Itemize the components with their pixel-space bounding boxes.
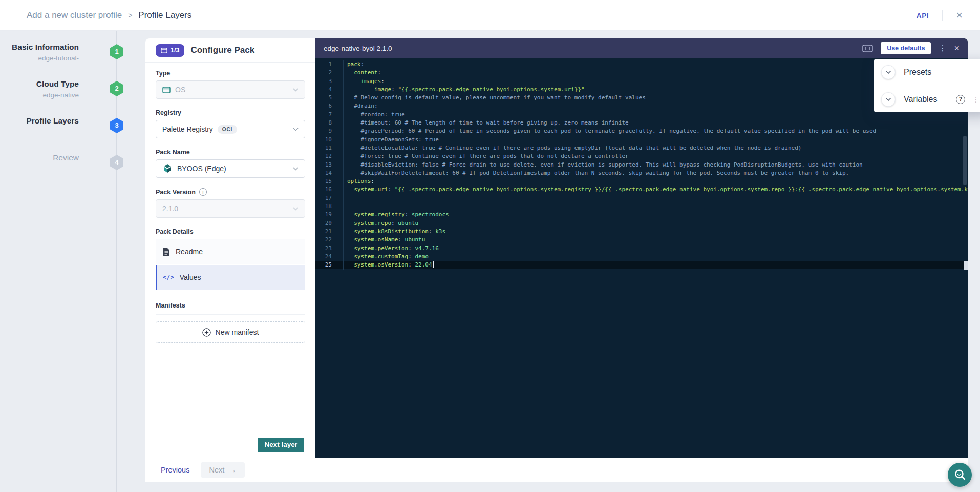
code-line[interactable]: 7 #cordon: true	[315, 111, 968, 119]
breadcrumb: Add a new cluster profile > Profile Laye…	[27, 0, 191, 31]
stepper-item-review[interactable]: Review	[0, 153, 100, 162]
line-content: #force: true # Continue even if there ar…	[339, 152, 629, 160]
stepper-item-basic-information[interactable]: Basic Informationedge-tutorial-	[0, 43, 100, 62]
new-manifest-button[interactable]: New manifest	[156, 321, 305, 343]
line-content: system.uri: "{{ .spectro.pack.edge-nativ…	[339, 186, 968, 194]
step-number-hexagon[interactable]: 4	[110, 155, 123, 170]
new-manifest-label: New manifest	[216, 328, 259, 336]
step-number-hexagon[interactable]: 1	[110, 44, 123, 59]
presets-expand-button[interactable]	[881, 65, 896, 79]
breadcrumb-separator: >	[128, 11, 132, 19]
editor-close-icon[interactable]: ×	[954, 43, 960, 54]
stepper-item-profile-layers[interactable]: Profile Layers	[0, 116, 100, 126]
presets-row[interactable]: Presets	[874, 59, 980, 86]
code-line[interactable]: 13 #disableEviction: false # Force drain…	[315, 161, 968, 169]
line-number: 23	[315, 244, 339, 253]
editor-scrollbar-thumb[interactable]	[963, 136, 967, 185]
step-number-hexagon[interactable]: 3	[110, 118, 123, 133]
help-chat-button[interactable]	[948, 463, 972, 487]
use-defaults-button[interactable]: Use defaults	[881, 42, 931, 54]
line-content: system.registry: spectrodocs	[339, 211, 449, 219]
step-label: Review	[0, 153, 100, 162]
line-number: 22	[315, 236, 339, 244]
code-line[interactable]: 23 system.peVersion: v4.7.16	[315, 244, 968, 253]
code-line[interactable]: 15options:	[315, 177, 968, 186]
line-content: #cordon: true	[339, 111, 405, 119]
line-number: 1	[315, 60, 339, 69]
code-icon: </>	[163, 274, 174, 281]
yaml-code-area[interactable]: 1pack:2 content:3 images:4 - image: "{{.…	[315, 58, 968, 458]
step-count-label: 1/3	[171, 47, 179, 54]
editor-menu-kebab-icon[interactable]: ⋮	[939, 44, 946, 53]
info-icon[interactable]: i	[199, 188, 207, 196]
line-number: 4	[315, 86, 339, 94]
variables-help-icon[interactable]: ?	[956, 95, 965, 104]
presets-label: Presets	[904, 68, 931, 77]
pack-name-select[interactable]: BYOOS (Edge)	[156, 159, 305, 178]
code-line[interactable]: 22 system.osName: ubuntu	[315, 236, 968, 244]
type-value: OS	[175, 86, 185, 94]
close-wizard-icon[interactable]: ×	[956, 10, 963, 21]
manifests-divider	[156, 314, 305, 315]
code-line[interactable]: 6 #drain:	[315, 102, 968, 110]
stepper-item-cloud-type[interactable]: Cloud Typeedge-native	[0, 79, 100, 99]
code-line[interactable]: 11 #deleteLocalData: true # Continue eve…	[315, 144, 968, 152]
step-label: Basic Information	[0, 43, 100, 52]
next-button-label: Next	[209, 466, 224, 474]
previous-button[interactable]: Previous	[161, 466, 189, 474]
values-tab-label: Values	[180, 273, 201, 281]
pack-details-label: Pack Details	[156, 228, 305, 235]
code-line[interactable]: 20 system.repo: ubuntu	[315, 219, 968, 228]
code-line[interactable]: 4 - image: "{{.spectro.pack.edge-native-…	[315, 86, 968, 94]
chevron-down-icon	[885, 70, 891, 74]
values-tab[interactable]: </> Values	[156, 265, 305, 290]
code-line[interactable]: 10 #ignoreDaemonSets: true	[315, 136, 968, 144]
chevron-down-icon	[885, 97, 891, 101]
line-content: options:	[339, 177, 374, 186]
variables-expand-button[interactable]	[881, 92, 896, 107]
line-number: 18	[315, 202, 339, 211]
code-line[interactable]: 24 system.customTag: demo	[315, 253, 968, 261]
api-button[interactable]: API	[917, 12, 929, 19]
expand-editor-icon[interactable]	[862, 45, 873, 52]
code-line[interactable]: 2 content:	[315, 69, 968, 77]
pack-version-label: Pack Version i	[156, 188, 305, 196]
chevron-down-icon	[293, 207, 299, 211]
line-number: 24	[315, 253, 339, 261]
code-line[interactable]: 17	[315, 194, 968, 202]
line-content: images:	[339, 77, 385, 86]
line-number: 11	[315, 144, 339, 152]
line-number: 8	[315, 119, 339, 127]
wizard-footer: Previous Next →	[145, 458, 968, 482]
line-content: #disableEviction: false # Force drain to…	[339, 161, 863, 169]
code-line[interactable]: 19 system.registry: spectrodocs	[315, 211, 968, 219]
line-number: 6	[315, 102, 339, 110]
code-line[interactable]: 3 images:	[315, 77, 968, 86]
variables-row[interactable]: Variables ? ⋮	[874, 86, 980, 112]
next-layer-button[interactable]: Next layer	[258, 438, 304, 452]
step-number-hexagon[interactable]: 2	[110, 81, 123, 96]
line-number: 25	[315, 261, 339, 269]
line-content: # Below config is default value, please …	[339, 94, 646, 102]
top-header: Add a new cluster profile > Profile Laye…	[0, 0, 980, 31]
line-number: 19	[315, 211, 339, 219]
byoos-pack-logo	[162, 163, 173, 174]
code-line[interactable]: 16 system.uri: "{{ .spectro.pack.edge-na…	[315, 186, 968, 194]
variables-kebab-icon[interactable]: ⋮	[972, 95, 979, 104]
readme-tab-label: Readme	[176, 248, 203, 256]
line-number: 13	[315, 161, 339, 169]
next-button-disabled[interactable]: Next →	[201, 462, 244, 478]
code-line[interactable]: 9 #gracePeriod: 60 # Period of time in s…	[315, 127, 968, 135]
os-monitor-icon	[162, 87, 171, 93]
code-line[interactable]: 12 #force: true # Continue even if there…	[315, 152, 968, 160]
code-line[interactable]: 21 system.k8sDistribution: k3s	[315, 228, 968, 236]
breadcrumb-parent-link[interactable]: Add a new cluster profile	[27, 10, 122, 20]
code-line[interactable]: 25 system.osVersion: 22.04	[315, 261, 968, 269]
code-line[interactable]: 5 # Below config is default value, pleas…	[315, 94, 968, 102]
code-line[interactable]: 18	[315, 202, 968, 211]
code-line[interactable]: 1pack:	[315, 60, 968, 69]
code-line[interactable]: 14 #skipWaitForDeleteTimeout: 60 # If po…	[315, 169, 968, 177]
registry-select[interactable]: Palette Registry OCI	[156, 120, 305, 138]
readme-tab[interactable]: Readme	[156, 239, 305, 264]
code-line[interactable]: 8 #timeout: 60 # The length of time to w…	[315, 119, 968, 127]
